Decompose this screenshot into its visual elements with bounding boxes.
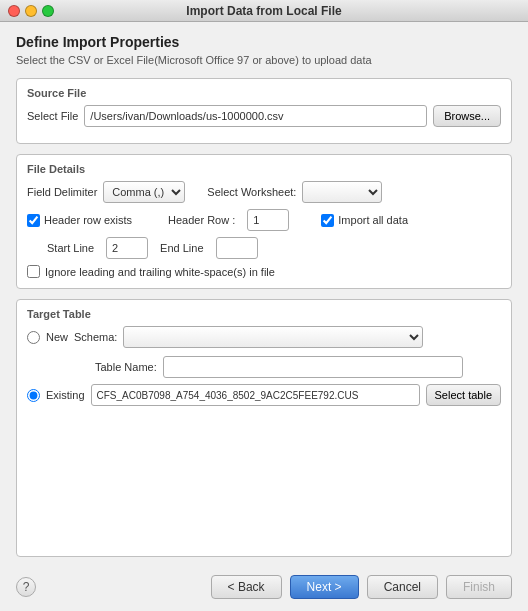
ignore-whitespace-checkbox[interactable] bbox=[27, 265, 40, 278]
table-name-row: Table Name: bbox=[43, 356, 501, 378]
cancel-button[interactable]: Cancel bbox=[367, 575, 438, 599]
window-title: Import Data from Local File bbox=[186, 4, 341, 18]
select-table-button[interactable]: Select table bbox=[426, 384, 501, 406]
header-row-label: Header Row : bbox=[168, 214, 235, 226]
new-radio-row: New Schema: bbox=[27, 326, 501, 348]
finish-button[interactable]: Finish bbox=[446, 575, 512, 599]
table-name-input[interactable] bbox=[163, 356, 463, 378]
header-row-input[interactable] bbox=[247, 209, 289, 231]
field-delimiter-label: Field Delimiter bbox=[27, 186, 97, 198]
maximize-button[interactable] bbox=[42, 5, 54, 17]
header-import-row: Header row exists Header Row : Import al… bbox=[27, 209, 501, 231]
header-row-exists-label: Header row exists bbox=[44, 214, 132, 226]
title-bar-buttons bbox=[8, 5, 54, 17]
field-delimiter-select[interactable]: Comma (,) Tab Semicolon Pipe bbox=[103, 181, 185, 203]
close-button[interactable] bbox=[8, 5, 20, 17]
start-line-label: Start Line bbox=[47, 242, 94, 254]
browse-button[interactable]: Browse... bbox=[433, 105, 501, 127]
import-all-data-label: Import all data bbox=[338, 214, 408, 226]
existing-row: Existing Select table bbox=[27, 384, 501, 406]
source-file-section: Source File Select File Browse... bbox=[16, 78, 512, 144]
target-table-label: Target Table bbox=[27, 308, 501, 320]
end-line-input[interactable] bbox=[216, 237, 258, 259]
file-details-section: File Details Field Delimiter Comma (,) T… bbox=[16, 154, 512, 289]
new-label: New bbox=[46, 331, 68, 343]
schema-label: Schema: bbox=[74, 331, 117, 343]
table-name-label: Table Name: bbox=[95, 361, 157, 373]
select-file-row: Select File Browse... bbox=[27, 105, 501, 127]
end-line-label: End Line bbox=[160, 242, 203, 254]
page-title: Define Import Properties bbox=[16, 34, 512, 50]
header-row-exists-checkbox[interactable] bbox=[27, 214, 40, 227]
main-content: Define Import Properties Select the CSV … bbox=[0, 22, 528, 611]
help-button[interactable]: ? bbox=[16, 577, 36, 597]
back-button[interactable]: < Back bbox=[211, 575, 282, 599]
import-all-data-row: Import all data bbox=[321, 214, 408, 227]
next-button[interactable]: Next > bbox=[290, 575, 359, 599]
target-table-section: Target Table New Schema: Table Name: Exi… bbox=[16, 299, 512, 557]
footer-right: < Back Next > Cancel Finish bbox=[211, 575, 512, 599]
delimiter-row: Field Delimiter Comma (,) Tab Semicolon … bbox=[27, 181, 501, 203]
ignore-whitespace-row: Ignore leading and trailing white-space(… bbox=[27, 265, 501, 278]
select-worksheet-select[interactable] bbox=[302, 181, 382, 203]
existing-table-input[interactable] bbox=[91, 384, 420, 406]
lines-row: Start Line End Line bbox=[27, 237, 501, 259]
file-label: Select File bbox=[27, 110, 78, 122]
new-radio[interactable] bbox=[27, 331, 40, 344]
source-file-label: Source File bbox=[27, 87, 501, 99]
start-line-input[interactable] bbox=[106, 237, 148, 259]
minimize-button[interactable] bbox=[25, 5, 37, 17]
title-bar: Import Data from Local File bbox=[0, 0, 528, 22]
page-subtitle: Select the CSV or Excel File(Microsoft O… bbox=[16, 54, 512, 66]
ignore-whitespace-label: Ignore leading and trailing white-space(… bbox=[45, 266, 275, 278]
header-row-exists-row: Header row exists bbox=[27, 214, 132, 227]
file-details-label: File Details bbox=[27, 163, 501, 175]
footer: ? < Back Next > Cancel Finish bbox=[16, 567, 512, 599]
import-all-data-checkbox[interactable] bbox=[321, 214, 334, 227]
footer-left: ? bbox=[16, 577, 36, 597]
file-path-input[interactable] bbox=[84, 105, 427, 127]
schema-select[interactable] bbox=[123, 326, 423, 348]
existing-label: Existing bbox=[46, 389, 85, 401]
select-worksheet-label: Select Worksheet: bbox=[207, 186, 296, 198]
existing-radio[interactable] bbox=[27, 389, 40, 402]
